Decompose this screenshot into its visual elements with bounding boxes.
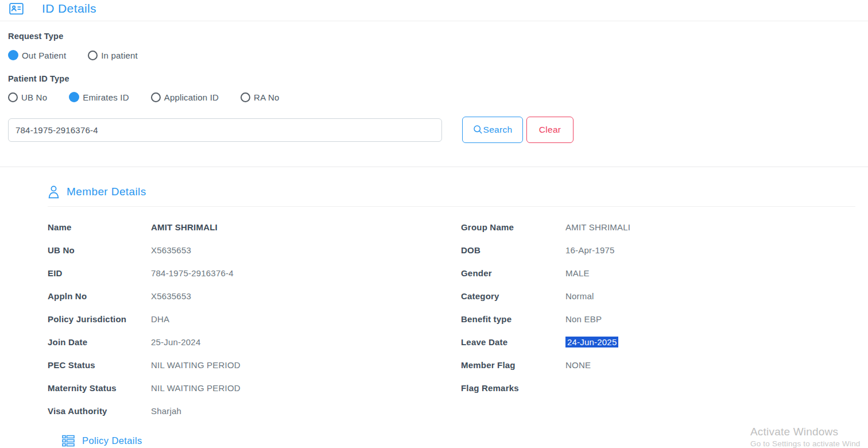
radio-button-icon[interactable] [8, 50, 18, 60]
detail-value: X5635653 [151, 245, 191, 255]
detail-row-leave-date: Leave Date 24-Jun-2025 [461, 330, 868, 353]
list-icon [62, 435, 75, 447]
radio-button-icon[interactable] [241, 92, 250, 102]
detail-row-ub-no: UB No X5635653 [48, 238, 461, 261]
detail-row-visa-authority: Visa Authority Sharjah [48, 399, 461, 422]
id-details-form: Request Type Out Patient In patient Pati… [0, 32, 868, 143]
member-details-section: Member Details Name AMIT SHRIMALI UB No … [0, 167, 868, 447]
patient-id-type-radio-group: UB No Emirates ID Application ID RA No [8, 92, 868, 102]
radio-option-label: UB No [21, 92, 47, 102]
member-details-right-column: Group Name AMIT SHRIMALI DOB 16-Apr-1975… [461, 215, 868, 422]
detail-value: 25-Jun-2024 [151, 337, 200, 347]
radio-option-label: RA No [254, 92, 279, 102]
detail-row-maternity-status: Maternity Status NIL WAITING PERIOD [48, 376, 461, 399]
activate-windows-watermark: Activate Windows Go to Settings to activ… [750, 426, 861, 448]
member-details-divider [48, 206, 855, 207]
radio-option-label: Application ID [164, 92, 219, 102]
detail-row-category: Category Normal [461, 284, 868, 307]
member-details-title: Member Details [67, 186, 146, 198]
detail-value: MALE [565, 268, 590, 278]
search-button-label: Search [483, 125, 513, 135]
id-details-header: ID Details [0, 0, 868, 21]
detail-label: EID [48, 268, 151, 278]
person-icon [48, 185, 60, 199]
radio-option-label: Out Patient [22, 51, 66, 60]
radio-button-icon[interactable] [151, 92, 161, 102]
request-type-label: Request Type [8, 32, 868, 41]
search-row: Search Clear [8, 117, 868, 143]
radio-out-patient[interactable]: Out Patient [8, 50, 66, 60]
detail-label: Category [461, 291, 565, 301]
detail-row-gender: Gender MALE [461, 261, 868, 284]
detail-label: Benefit type [461, 314, 565, 324]
policy-details-title: Policy Details [82, 435, 142, 446]
detail-label: UB No [48, 245, 151, 255]
detail-value: 16-Apr-1975 [565, 245, 615, 255]
detail-row-dob: DOB 16-Apr-1975 [461, 238, 868, 261]
policy-details-header: Policy Details [62, 435, 868, 447]
request-type-radio-group: Out Patient In patient [8, 50, 868, 60]
member-details-grid: Name AMIT SHRIMALI UB No X5635653 EID 78… [48, 215, 868, 422]
detail-value-selected: 24-Jun-2025 [565, 337, 618, 347]
radio-application-id[interactable]: Application ID [151, 92, 219, 102]
detail-row-pec-status: PEC Status NIL WAITING PERIOD [48, 353, 461, 376]
detail-label: Maternity Status [48, 383, 151, 393]
detail-row-group-name: Group Name AMIT SHRIMALI [461, 215, 868, 238]
radio-in-patient[interactable]: In patient [88, 51, 138, 60]
detail-row-eid: EID 784-1975-2916376-4 [48, 261, 461, 284]
search-button[interactable]: Search [462, 117, 523, 143]
radio-ub-no[interactable]: UB No [8, 92, 47, 102]
detail-label: DOB [461, 245, 565, 255]
patient-id-input[interactable] [8, 118, 442, 142]
id-card-icon [9, 3, 24, 15]
detail-label: Member Flag [461, 360, 565, 370]
detail-label: Appln No [48, 291, 151, 301]
patient-id-type-label: Patient ID Type [8, 74, 868, 83]
detail-label: Policy Jurisdiction [48, 314, 151, 324]
detail-row-member-flag: Member Flag NONE [461, 353, 868, 376]
radio-option-label: Emirates ID [83, 92, 129, 102]
detail-value: Non EBP [565, 314, 602, 324]
detail-label: PEC Status [48, 360, 151, 370]
detail-value: NONE [565, 360, 591, 370]
detail-value: NIL WAITING PERIOD [151, 360, 241, 370]
radio-option-label: In patient [101, 51, 138, 60]
search-icon [473, 125, 483, 135]
radio-button-icon[interactable] [88, 51, 98, 60]
detail-row-appln-no: Appln No X5635653 [48, 284, 461, 307]
detail-row-name: Name AMIT SHRIMALI [48, 215, 461, 238]
detail-label: Join Date [48, 337, 151, 347]
detail-row-benefit-type: Benefit type Non EBP [461, 307, 868, 330]
detail-label: Flag Remarks [461, 383, 565, 393]
clear-button-label: Clear [539, 125, 561, 135]
detail-label: Leave Date [461, 337, 565, 347]
detail-label: Name [48, 222, 151, 232]
detail-value: NIL WAITING PERIOD [151, 383, 241, 393]
detail-label: Gender [461, 268, 565, 278]
detail-label: Visa Authority [48, 406, 151, 416]
clear-button[interactable]: Clear [526, 117, 574, 143]
detail-row-policy-jurisdiction: Policy Jurisdiction DHA [48, 307, 461, 330]
detail-row-flag-remarks: Flag Remarks [461, 376, 868, 399]
detail-label: Group Name [461, 222, 565, 232]
radio-emirates-id[interactable]: Emirates ID [69, 92, 129, 102]
member-details-left-column: Name AMIT SHRIMALI UB No X5635653 EID 78… [48, 215, 461, 422]
detail-value: DHA [151, 314, 169, 324]
member-details-header: Member Details [48, 185, 868, 199]
radio-button-icon[interactable] [8, 92, 18, 102]
detail-row-join-date: Join Date 25-Jun-2024 [48, 330, 461, 353]
radio-button-icon[interactable] [69, 92, 79, 102]
detail-value: Sharjah [151, 406, 181, 416]
watermark-title: Activate Windows [750, 426, 861, 438]
page-title: ID Details [42, 2, 96, 16]
detail-value: AMIT SHRIMALI [151, 222, 218, 232]
detail-value: AMIT SHRIMALI [565, 222, 630, 232]
detail-value: 784-1975-2916376-4 [151, 268, 234, 278]
radio-ra-no[interactable]: RA No [241, 92, 279, 102]
detail-value: Normal [565, 291, 594, 301]
detail-value: X5635653 [151, 291, 191, 301]
watermark-subtitle: Go to Settings to activate Wind [750, 439, 861, 448]
